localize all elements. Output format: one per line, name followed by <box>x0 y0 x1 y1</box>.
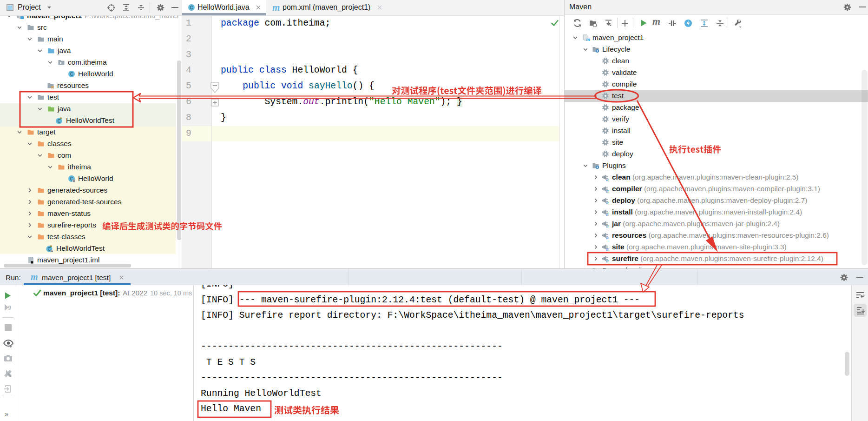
svg-text:m: m <box>606 247 609 251</box>
svg-text:9: 9 <box>8 304 11 311</box>
svg-text:m: m <box>606 212 609 216</box>
svg-text:m: m <box>606 259 609 262</box>
svg-text:m: m <box>606 200 609 204</box>
svg-text:m: m <box>586 36 590 42</box>
svg-text:m: m <box>606 224 609 227</box>
svg-text:m: m <box>606 177 609 181</box>
svg-text:m: m <box>606 189 609 193</box>
svg-text:m: m <box>606 235 609 239</box>
